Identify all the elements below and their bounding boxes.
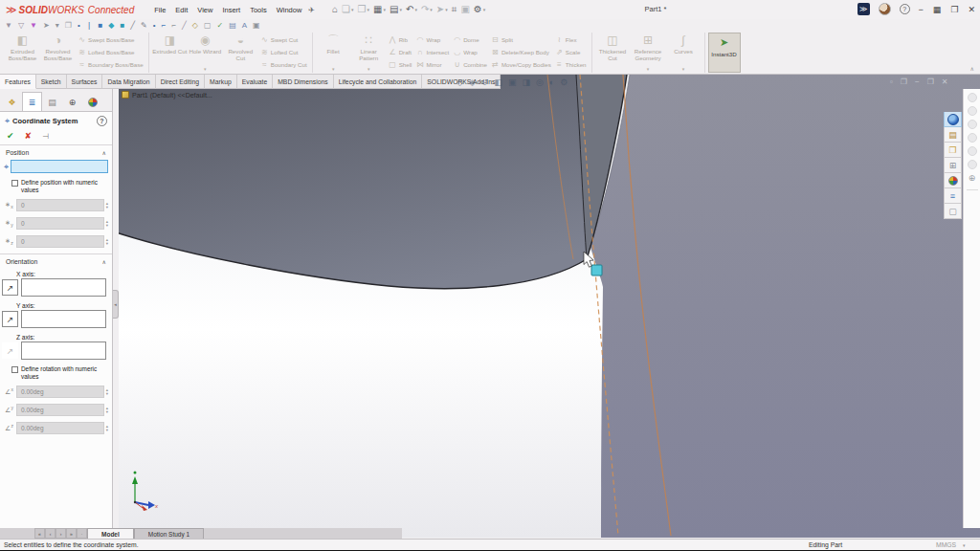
dropdown-caret-icon[interactable]: ▾ (483, 7, 486, 12)
define-position-checkbox[interactable] (11, 180, 18, 187)
propertymanager-tab[interactable]: ≣ (22, 92, 42, 111)
x-coordinate-field[interactable]: 0 (16, 199, 104, 211)
featuremanager-tab[interactable]: ❖ (2, 92, 22, 111)
pin-menu-icon[interactable]: ✈ (308, 6, 315, 14)
z-axis-selection-input[interactable] (21, 342, 106, 360)
wrap-button[interactable]: ◡Wrap (453, 48, 487, 56)
rib-button[interactable]: ⋀Rib (389, 35, 412, 44)
curves-button[interactable]: ∫Curves▾ (666, 33, 702, 73)
tab-markup[interactable]: Markup (205, 75, 237, 89)
tab-features[interactable]: Features (0, 75, 36, 89)
boundary-boss-base-button[interactable]: ≈Boundary Boss/Base (78, 60, 144, 69)
help-icon[interactable]: ? (900, 4, 910, 14)
tab-direct-editing[interactable]: Direct Editing (156, 75, 205, 89)
spinner-icon[interactable]: ▴▾ (106, 388, 108, 396)
copy-icon[interactable]: ❐ (65, 21, 72, 30)
home-icon[interactable]: ⌂ (332, 5, 338, 14)
cancel-button[interactable]: ✘ (25, 131, 33, 141)
edit-appearance-icon[interactable]: ◐ (549, 77, 554, 87)
z-rotation-field[interactable]: 0.00deg (16, 422, 104, 434)
corner-icon[interactable]: ⌐ (162, 21, 167, 30)
x-axis-selection-input[interactable] (21, 278, 106, 297)
orientation-section-header[interactable]: Orientation ∧ (0, 254, 112, 267)
model-tab[interactable]: Model (87, 528, 134, 539)
thicken-button[interactable]: ≡Thicken (555, 60, 587, 69)
panel-help-icon[interactable]: ? (97, 116, 107, 126)
dropdown-caret-icon[interactable]: ▾ (384, 7, 387, 12)
position-selection-input[interactable] (11, 160, 108, 173)
menu-view[interactable]: View (192, 4, 217, 16)
spinner-icon[interactable]: ▴▾ (106, 425, 108, 432)
dropdown-caret-icon[interactable]: ▾ (400, 7, 403, 12)
doc-minimize2-icon[interactable]: − (915, 77, 920, 86)
split-button[interactable]: ⊟Split (491, 35, 551, 44)
hole-wizard-button[interactable]: ◉Hole Wizard▾ (188, 33, 223, 73)
3dexperience-tab[interactable] (944, 112, 962, 127)
tab-sketch[interactable]: Sketch (36, 75, 67, 89)
graphics-viewport[interactable]: x (113, 75, 980, 538)
menu-tools[interactable]: Tools (245, 4, 272, 16)
y-axis-selection-input[interactable] (21, 310, 106, 328)
dropdown-caret-icon[interactable]: ▾ (204, 66, 207, 72)
draft-button[interactable]: ∠Draft (389, 48, 412, 56)
undo-icon[interactable]: ↶▾ (406, 5, 417, 14)
text-icon[interactable]: A (242, 21, 247, 30)
tab-scroll-cell[interactable]: ∙ (77, 528, 87, 539)
filter-solid-icon[interactable]: ▼ (5, 21, 12, 30)
design-library-tab[interactable]: ▤ (944, 127, 962, 143)
delete-keep-body-button[interactable]: ⊠Delete/Keep Body (491, 48, 551, 56)
model-large-plane-face[interactable] (590, 75, 980, 538)
spinner-icon[interactable]: ▴▾ (106, 238, 108, 246)
command-prompt-icon[interactable]: ≫ (858, 3, 870, 15)
doc-close-icon[interactable]: ✕ (942, 77, 948, 86)
revolved-cut-button[interactable]: ◒Revolved Cut (223, 33, 258, 73)
dropdown-caret-icon[interactable]: ▾ (647, 66, 650, 72)
close-button[interactable]: ✕ (968, 4, 975, 15)
pencil-icon[interactable]: ✎ (141, 21, 147, 30)
menu-window[interactable]: Window (272, 4, 307, 16)
panel-splitter-handle[interactable]: ◂ (113, 290, 119, 319)
redo-icon[interactable]: ↷▾ (421, 5, 433, 14)
dropdown-caret-icon[interactable]: ▾ (414, 7, 417, 12)
fillet-button[interactable]: ⌒Fillet▾ (316, 33, 351, 73)
diamond-icon[interactable]: ◆ (108, 21, 114, 30)
zoom-area-icon[interactable]: ◈ (469, 77, 476, 87)
attachment-icon[interactable]: ⌗ (452, 5, 457, 14)
dropdown-caret-icon[interactable]: ▾ (682, 66, 685, 72)
doc-restore-icon[interactable]: ❐ (901, 77, 907, 86)
swept-cut-button[interactable]: ∿Swept Cut (260, 35, 307, 44)
doc-cascade-icon[interactable]: ❐ (927, 77, 934, 86)
new-document-icon[interactable]: ❏▾ (342, 5, 353, 14)
restore-button[interactable]: ❐ (950, 4, 958, 15)
x-rotation-field[interactable]: 0.00deg (16, 386, 104, 398)
y-coordinate-field[interactable]: 0 (16, 217, 104, 230)
user-avatar[interactable] (879, 3, 891, 15)
flyout-feature-tree[interactable]: ▸ Part1 (Default) <<Default... (116, 91, 212, 99)
y-axis-select-icon[interactable]: ↗ (2, 311, 18, 327)
dimxpertmanager-tab[interactable]: ⊕ (62, 92, 82, 111)
compass-icon[interactable]: ⊕ (969, 173, 976, 183)
flex-button[interactable]: ≀Flex (555, 35, 587, 44)
extruded-cut-button[interactable]: ◨Extruded Cut (152, 33, 188, 73)
view-orientation-cube-icon[interactable]: ▣ (508, 77, 517, 87)
tab-surfaces[interactable]: Surfaces (67, 75, 103, 89)
shell-button[interactable]: ▢Shell (389, 60, 412, 69)
z-coordinate-field[interactable]: 0 (16, 235, 104, 248)
swept-boss-base-button[interactable]: ∿Swept Boss/Base (78, 35, 144, 44)
menu-edit[interactable]: Edit (170, 4, 192, 16)
section-view-icon[interactable]: ◧ (494, 77, 502, 87)
spinner-icon[interactable]: ▴▾ (106, 220, 108, 228)
table-icon[interactable]: ▤ (229, 21, 236, 30)
line-icon[interactable]: ╱ (130, 21, 135, 30)
maximize-button[interactable]: ▦ (933, 4, 942, 15)
units-label[interactable]: MMGS (936, 541, 956, 548)
wrap-button[interactable]: ◠Wrap (415, 35, 449, 44)
instant3d-button[interactable]: ➤Instant3D (708, 33, 741, 73)
dropdown-caret-icon[interactable]: ▾ (351, 7, 354, 12)
dropdown-caret-icon[interactable]: ▾ (332, 66, 335, 72)
ok-button[interactable]: ✔ (7, 131, 14, 141)
spinner-icon[interactable]: ▴▾ (106, 407, 108, 414)
slash-icon[interactable]: ╱ (182, 21, 187, 30)
units-caret-icon[interactable]: ▾ (963, 542, 966, 548)
save-icon[interactable]: ▦▾ (373, 5, 386, 14)
